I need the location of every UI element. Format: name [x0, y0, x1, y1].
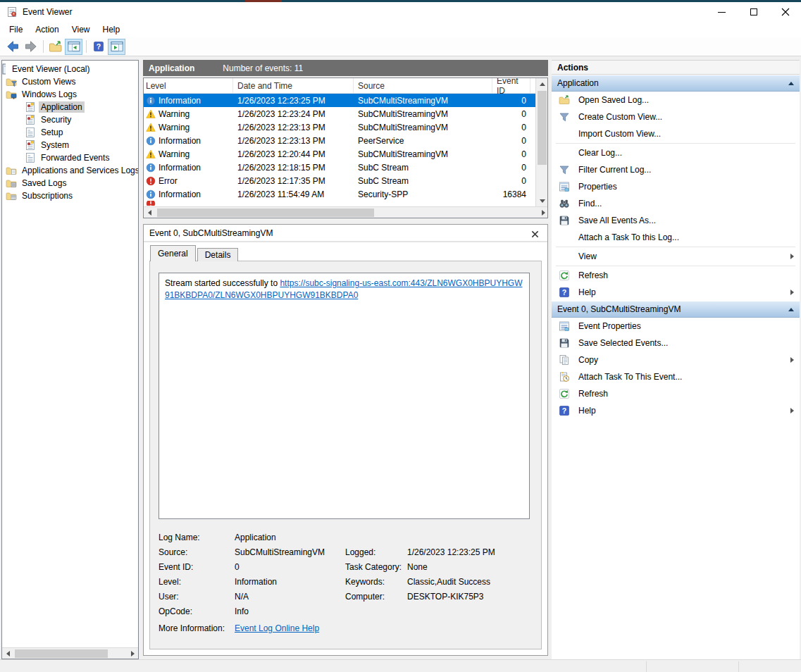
close-detail-button[interactable] — [529, 228, 540, 239]
action-find[interactable]: Find... — [552, 195, 800, 212]
action-help[interactable]: ?Help — [552, 402, 800, 419]
event-row[interactable]: Information1/26/2023 12:18:15 PMSubC Str… — [144, 161, 547, 174]
show-hide-console-tree-button[interactable] — [65, 39, 82, 55]
event-description-box[interactable]: Stream started successfully to https://s… — [159, 273, 530, 519]
sidebar-item-windows-logs[interactable]: Windows Logs — [2, 88, 138, 101]
sidebar-item-system[interactable]: System — [2, 139, 138, 151]
scroll-left-arrow[interactable] — [144, 207, 155, 218]
action-copy[interactable]: Copy — [552, 351, 800, 368]
tree-horizontal-scrollbar[interactable] — [2, 647, 138, 659]
action-open-saved-log[interactable]: Open Saved Log... — [552, 92, 800, 108]
sidebar-item-event-viewer-local[interactable]: Event Viewer (Local) — [2, 63, 138, 75]
open-saved-log-button[interactable] — [46, 39, 64, 55]
column-header-date-and-time[interactable]: Date and Time — [233, 78, 354, 93]
event-row[interactable]: Information1/26/2023 11:54:49 AMSecurity… — [144, 187, 547, 201]
no-icon — [559, 232, 571, 243]
scroll-up-arrow[interactable] — [536, 78, 548, 89]
console-tree-icon — [67, 39, 81, 54]
field-label: Logged: — [345, 547, 407, 557]
column-header-level[interactable]: Level — [144, 78, 233, 93]
event-level-cell: Warning — [144, 147, 233, 161]
event-viewer-root-icon — [2, 63, 6, 75]
filter-icon — [559, 164, 570, 175]
event-row[interactable]: Warning1/26/2023 12:23:24 PMSubCMultiStr… — [144, 107, 547, 120]
scroll-thumb[interactable] — [157, 209, 374, 217]
help-icon: ? — [93, 41, 104, 52]
events-horizontal-scrollbar[interactable] — [144, 206, 548, 218]
action-clear-log[interactable]: Clear Log... — [552, 144, 800, 161]
field-label: OpCode: — [159, 606, 235, 616]
events-panel-header: Application Number of events: 11 — [143, 60, 548, 76]
info-icon — [146, 96, 156, 106]
help-icon: ? — [559, 287, 571, 298]
close-button[interactable] — [769, 2, 801, 22]
plain-log-icon — [25, 152, 36, 163]
menu-file[interactable]: File — [3, 23, 29, 37]
event-log-icon — [25, 101, 36, 113]
action-attach-task-to-this-event[interactable]: Attach Task To This Event... — [552, 368, 800, 385]
sidebar-item-applications-and-services-logs[interactable]: Applications and Services Logs — [2, 164, 138, 177]
events-partial-row[interactable] — [144, 201, 547, 206]
scroll-down-arrow[interactable] — [536, 195, 548, 206]
tab-details[interactable]: Details — [197, 248, 239, 261]
forward-icon — [24, 39, 38, 54]
sidebar-item-subscriptions[interactable]: Subscriptions — [2, 189, 138, 202]
custom-views-icon — [6, 76, 17, 87]
show-hide-action-pane-button[interactable] — [108, 39, 125, 55]
action-save-selected-events[interactable]: Save Selected Events... — [552, 335, 800, 351]
scroll-right-arrow[interactable] — [538, 207, 548, 218]
maximize-button[interactable] — [738, 2, 769, 22]
event-log-online-help-link[interactable]: Event Log Online Help — [235, 623, 319, 633]
sidebar-item-application[interactable]: Application — [2, 101, 138, 113]
minimize-icon — [718, 12, 726, 13]
event-row[interactable]: Information1/26/2023 12:23:25 PMSubCMult… — [144, 94, 547, 107]
scroll-thumb[interactable] — [538, 91, 547, 165]
sidebar-item-security[interactable]: Security — [2, 113, 138, 126]
sidebar-item-custom-views[interactable]: Custom Views — [2, 75, 138, 88]
action-attach-a-task-to-this-log[interactable]: Attach a Task To this Log... — [552, 229, 800, 246]
action-import-custom-view[interactable]: Import Custom View... — [552, 125, 800, 142]
events-vertical-scrollbar[interactable] — [535, 78, 547, 206]
minimize-button[interactable] — [706, 2, 738, 22]
action-help[interactable]: ?Help — [552, 284, 800, 301]
back-button[interactable] — [4, 39, 21, 55]
action-save-all-events-as[interactable]: Save All Events As... — [552, 212, 800, 229]
sidebar-item-label: Setup — [39, 127, 65, 138]
menu-action[interactable]: Action — [29, 23, 65, 37]
action-refresh[interactable]: Refresh — [552, 267, 800, 284]
sidebar-item-label: Applications and Services Logs — [20, 165, 139, 176]
menu-help[interactable]: Help — [97, 23, 127, 37]
action-group-header-application[interactable]: Application — [552, 75, 800, 92]
action-separator — [556, 143, 795, 144]
sidebar-item-setup[interactable]: Setup — [2, 126, 138, 139]
scroll-left-arrow[interactable] — [2, 648, 13, 659]
sidebar-item-saved-logs[interactable]: Saved Logs — [2, 177, 138, 189]
event-description-text: Stream started successfully to — [165, 278, 280, 288]
event-row[interactable]: Information1/26/2023 12:23:13 PMPeerServ… — [144, 134, 547, 147]
field-label: Computer: — [345, 592, 407, 602]
action-view[interactable]: View — [552, 248, 800, 265]
action-properties[interactable]: Properties — [552, 178, 800, 195]
sidebar-item-forwarded-events[interactable]: Forwarded Events — [2, 151, 138, 164]
action-group-header-event-0-subcmultistreamingvm[interactable]: Event 0, SubCMultiStreamingVM — [552, 301, 800, 318]
column-header-event-id[interactable]: Event ID — [492, 78, 530, 93]
action-event-properties[interactable]: Event Properties — [552, 318, 800, 335]
column-header-source[interactable]: Source — [354, 78, 492, 93]
action-item-label: Copy — [578, 355, 790, 365]
event-level-cell: Error — [144, 174, 233, 187]
tab-general[interactable]: General — [150, 245, 196, 261]
scroll-right-arrow[interactable] — [127, 648, 138, 659]
help-button[interactable]: ? — [89, 39, 107, 55]
action-refresh[interactable]: Refresh — [552, 385, 800, 402]
warning-icon — [146, 123, 156, 132]
action-create-custom-view[interactable]: Create Custom View... — [552, 108, 800, 125]
action-filter-current-log[interactable]: Filter Current Log... — [552, 161, 800, 178]
menu-view[interactable]: View — [66, 23, 97, 37]
plain-log-icon — [25, 127, 36, 138]
forward-button[interactable] — [22, 39, 39, 55]
event-row[interactable]: Warning1/26/2023 12:20:44 PMSubCMultiStr… — [144, 147, 547, 161]
field-value: Information — [235, 577, 277, 587]
scroll-thumb[interactable] — [15, 649, 108, 658]
event-row[interactable]: Error1/26/2023 12:17:35 PMSubC Stream0 — [144, 174, 547, 187]
event-row[interactable]: Warning1/26/2023 12:23:13 PMSubCMultiStr… — [144, 120, 547, 134]
